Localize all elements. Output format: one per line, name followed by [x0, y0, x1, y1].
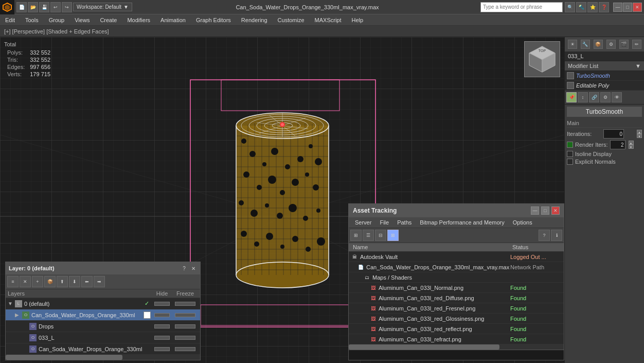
menu-animation[interactable]: Animation — [155, 16, 191, 24]
lay-tb-2[interactable]: ✕ — [20, 276, 31, 287]
menu-maxscript[interactable]: MAXScript — [310, 16, 347, 24]
mod-check-ts[interactable] — [567, 72, 574, 79]
menu-views[interactable]: Views — [69, 16, 95, 24]
layer-hide-default[interactable] — [154, 302, 170, 306]
layer-box-can[interactable] — [144, 312, 151, 319]
settings-icon[interactable]: ❓ — [599, 2, 609, 12]
layer-freeze-033l[interactable] — [175, 336, 195, 340]
modifier-turbosmooth[interactable]: TurboSmooth — [565, 71, 644, 81]
at-row-diffuse[interactable]: 🖼 Aluminum_Can_033l_red_Diffuse.png Foun… — [349, 293, 564, 303]
at-menu-bitmap[interactable]: Bitmap Performance and Memory — [416, 218, 508, 227]
toolbar-save-icon[interactable]: 💾 — [39, 2, 49, 12]
ts-render-down[interactable]: ▼ — [629, 145, 634, 149]
at-minimize-button[interactable]: — — [531, 206, 539, 215]
lay-tb-5[interactable]: ⬆ — [57, 276, 68, 287]
at-row-fresnel[interactable]: 🖼 Aluminum_Can_033l_red_Fresnel.png Foun… — [349, 303, 564, 314]
menu-edit[interactable]: Edit — [0, 16, 20, 24]
at-tb-info[interactable]: ℹ — [551, 230, 562, 241]
ts-render-up[interactable]: ▲ — [629, 141, 634, 145]
at-menu-options[interactable]: Options — [509, 218, 536, 227]
ts-render-check[interactable] — [567, 142, 573, 148]
ts-explicit-check[interactable] — [567, 159, 573, 165]
at-menu-server[interactable]: Server — [351, 218, 375, 227]
at-row-maps[interactable]: 🗂 Maps / Shaders — [349, 272, 564, 283]
menu-group[interactable]: Group — [44, 16, 70, 24]
modifier-editable-poly[interactable]: Editable Poly — [565, 81, 644, 91]
menu-graph-editors[interactable]: Graph Editors — [191, 16, 236, 24]
rp-icon-5[interactable]: 🎬 — [619, 40, 629, 49]
maximize-button[interactable]: □ — [623, 3, 632, 12]
at-maximize-button[interactable]: □ — [541, 206, 549, 215]
navigation-cube[interactable]: TOP — [524, 41, 560, 77]
at-tb-grid4[interactable]: ⊠ — [387, 230, 399, 241]
at-menu-file[interactable]: File — [375, 218, 393, 227]
toolbar-undo-icon[interactable]: ↩ — [50, 2, 61, 12]
mod-tool-pin[interactable]: 📌 — [566, 92, 577, 102]
layer-hide-033l[interactable] — [154, 336, 170, 340]
at-scrollbar[interactable] — [349, 344, 564, 350]
lay-tb-4[interactable]: 📦 — [44, 276, 56, 287]
at-row-reflect[interactable]: 🖼 Aluminum_Can_033l_red_reflect.png Foun… — [349, 324, 564, 334]
lay-tb-3[interactable]: + — [32, 276, 43, 287]
ts-iter-down[interactable]: ▼ — [637, 134, 642, 138]
at-row-normal[interactable]: 🖼 Aluminum_Can_033l_Normal.png Found — [349, 283, 564, 293]
layer-hide-can-sub[interactable] — [154, 347, 170, 351]
layer-freeze-default[interactable] — [175, 302, 195, 306]
ts-iter-up[interactable]: ▲ — [637, 130, 642, 134]
layers-scrollbar-thumb[interactable] — [6, 355, 122, 360]
layer-row-default[interactable]: ▼ L 0 (default) ✓ — [6, 298, 200, 309]
lay-tb-8[interactable]: ➡ — [94, 276, 105, 287]
layer-expand-default[interactable]: ▼ — [8, 301, 15, 306]
layer-hide-drops[interactable] — [154, 324, 170, 329]
lay-tb-7[interactable]: ⬅ — [81, 276, 93, 287]
search2-icon[interactable]: 🔦 — [576, 2, 586, 12]
ts-render-input[interactable] — [610, 140, 625, 149]
layer-row-can-sub[interactable]: O Can_Soda_Water_Drops_Orange_330ml — [6, 343, 200, 355]
at-tb-help[interactable]: ? — [539, 230, 550, 241]
at-tb-grid3[interactable]: ⊟ — [375, 230, 386, 241]
rp-icon-4[interactable]: ⚙ — [606, 40, 616, 49]
ts-iter-input[interactable] — [603, 129, 624, 139]
menu-help[interactable]: Help — [347, 16, 369, 24]
menu-create[interactable]: Create — [95, 16, 122, 24]
menu-customize[interactable]: Customize — [273, 16, 310, 24]
rp-icon-3[interactable]: 📦 — [594, 40, 603, 49]
at-menu-paths[interactable]: Paths — [393, 218, 416, 227]
search-input[interactable] — [480, 2, 563, 12]
menu-tools[interactable]: Tools — [20, 16, 44, 24]
layer-row-033l[interactable]: O 033_L — [6, 332, 200, 343]
layers-close-icon[interactable]: ✕ — [190, 265, 197, 272]
at-row-glossiness[interactable]: 🖼 Aluminum_Can_033l_red_Glossiness.png F… — [349, 314, 564, 324]
rp-icon-2[interactable]: 🔧 — [581, 40, 590, 49]
toolbar-redo-icon[interactable]: ↪ — [62, 2, 72, 12]
close-button[interactable]: ✕ — [633, 3, 642, 12]
layer-freeze-can[interactable] — [175, 313, 195, 317]
rp-icon-6[interactable]: ✏ — [632, 40, 641, 49]
toolbar-open-icon[interactable]: 📂 — [28, 2, 38, 12]
workspace-dropdown[interactable]: Workspace: Default▼ — [73, 3, 132, 11]
lay-tb-6[interactable]: ⬇ — [69, 276, 80, 287]
at-tb-grid1[interactable]: ⊞ — [350, 230, 362, 241]
menu-modifiers[interactable]: Modifiers — [122, 16, 155, 24]
ts-isoline-check[interactable] — [567, 151, 573, 157]
at-close-button[interactable]: ✕ — [551, 206, 560, 215]
minimize-button[interactable]: — — [613, 3, 622, 12]
at-row-refract[interactable]: 🖼 Aluminum_Can_033l_refract.png Found — [349, 334, 564, 344]
at-input-row[interactable] — [349, 350, 564, 360]
mod-tool-link[interactable]: 🔗 — [589, 92, 599, 102]
layer-hide-can[interactable] — [154, 313, 170, 317]
toolbar-new-icon[interactable]: 📄 — [16, 2, 27, 12]
layer-expand-can[interactable]: ▶ — [15, 312, 22, 318]
help-icon[interactable]: 🔍 — [565, 2, 575, 12]
at-row-maxfile[interactable]: 📄 Can_Soda_Water_Drops_Orange_330ml_max_… — [349, 262, 564, 272]
lay-tb-1[interactable]: ≡ — [7, 276, 19, 287]
mod-check-ep[interactable] — [567, 82, 574, 89]
layer-freeze-drops[interactable] — [175, 324, 195, 329]
layer-row-can[interactable]: ▶ O Can_Soda_Water_Drops_Orange_330ml — [6, 309, 200, 321]
menu-rendering[interactable]: Rendering — [236, 16, 273, 24]
at-tb-grid2[interactable]: ☰ — [363, 230, 374, 241]
star-icon[interactable]: ⭐ — [587, 2, 598, 12]
rp-icon-1[interactable]: ☀ — [568, 40, 577, 49]
layers-query-icon[interactable]: ? — [181, 265, 188, 272]
at-scrollbar-thumb[interactable] — [349, 344, 499, 350]
